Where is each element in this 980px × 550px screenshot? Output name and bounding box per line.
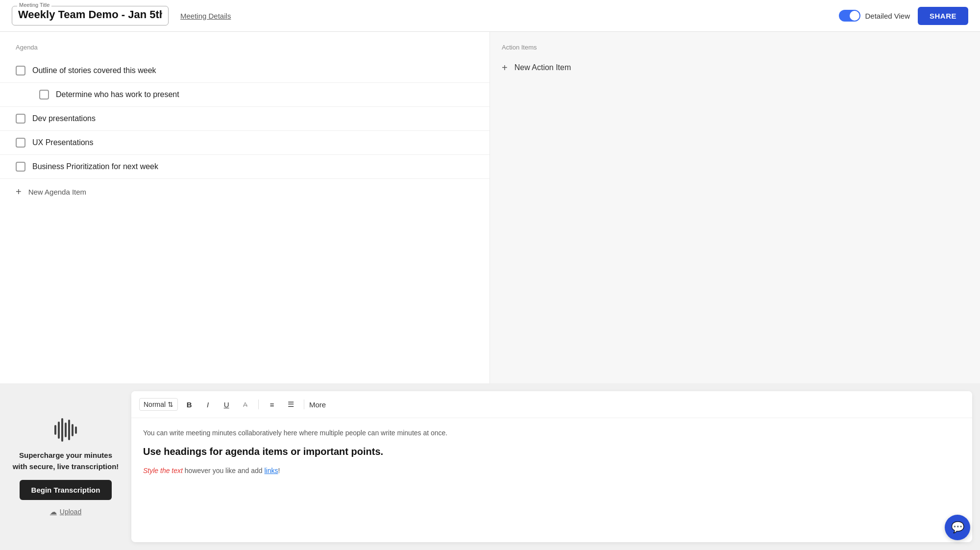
agenda-item-text-4: UX Presentations xyxy=(32,138,94,147)
ordered-list-button[interactable]: ≡ xyxy=(265,397,279,412)
transcription-promo-text: Supercharge your minutes with secure, li… xyxy=(12,450,120,472)
meeting-title-input[interactable] xyxy=(18,8,162,21)
header-right: Detailed View SHARE xyxy=(839,7,968,25)
new-agenda-label: New Agenda Item xyxy=(28,188,86,196)
chevron-down-icon: ⇅ xyxy=(168,400,173,408)
waveform-bar-2 xyxy=(58,422,60,439)
upload-cloud-icon: ☁ xyxy=(50,508,57,516)
waveform-bar-6 xyxy=(72,424,74,436)
chat-icon: 💬 xyxy=(951,521,964,534)
styled-text-normal: however you like and add xyxy=(183,467,265,475)
upload-label: Upload xyxy=(60,508,81,516)
italic-icon: I xyxy=(207,400,209,409)
agenda-checkbox-1[interactable] xyxy=(16,66,25,75)
agenda-item-text-2: Determine who has work to present xyxy=(56,90,179,99)
plus-icon: + xyxy=(16,187,22,197)
waveform-bar-3 xyxy=(61,418,63,442)
new-action-label: New Action Item xyxy=(514,63,571,72)
bold-icon: B xyxy=(187,400,192,409)
meeting-details-link[interactable]: Meeting Details xyxy=(180,12,231,20)
styled-link[interactable]: links xyxy=(265,467,278,475)
action-plus-icon: + xyxy=(502,63,508,73)
editor-intro-text: You can write meeting minutes collaborat… xyxy=(143,428,960,438)
agenda-item-2[interactable]: Determine who has work to present xyxy=(0,83,490,107)
agenda-checkbox-5[interactable] xyxy=(16,162,25,172)
chat-button[interactable]: 💬 xyxy=(945,515,970,540)
italic-button[interactable]: I xyxy=(200,397,215,412)
detailed-view-toggle[interactable] xyxy=(839,10,860,22)
editor-heading: Use headings for agenda items or importa… xyxy=(143,446,960,457)
styled-text-red: Style the text xyxy=(143,467,183,475)
upload-button[interactable]: ☁ Upload xyxy=(50,508,81,516)
waveform-bar-1 xyxy=(54,425,56,435)
action-items-section-label: Action Items xyxy=(502,44,968,51)
agenda-item-5[interactable]: Business Prioritization for next week xyxy=(0,155,490,179)
toggle-wrapper: Detailed View xyxy=(839,10,910,22)
bold-button[interactable]: B xyxy=(182,397,196,412)
editor-toolbar: Normal ⇅ B I U A̶ ≡ ☰ More xyxy=(131,391,972,418)
agenda-item-3[interactable]: Dev presentations xyxy=(0,107,490,131)
toolbar-divider-1 xyxy=(258,400,259,409)
agenda-checkbox-4[interactable] xyxy=(16,138,25,148)
unordered-list-button[interactable]: ☰ xyxy=(283,397,298,412)
clear-format-icon: A̶ xyxy=(243,401,247,408)
underline-icon: U xyxy=(224,400,229,409)
styled-text-end: ! xyxy=(278,467,280,475)
agenda-checkbox-2[interactable] xyxy=(39,90,49,100)
header: Meeting Title Meeting Details Detailed V… xyxy=(0,0,980,32)
new-action-item-button[interactable]: + New Action Item xyxy=(502,59,968,76)
editor-styled-paragraph: Style the text however you like and add … xyxy=(143,465,960,476)
agenda-section-label: Agenda xyxy=(0,44,490,51)
editor-panel: Normal ⇅ B I U A̶ ≡ ☰ More You can write… xyxy=(131,391,972,542)
share-button[interactable]: SHARE xyxy=(918,7,968,25)
waveform-bar-4 xyxy=(65,423,67,437)
agenda-item-text-5: Business Prioritization for next week xyxy=(32,162,158,171)
more-button[interactable]: More xyxy=(310,397,325,412)
bottom-section: Supercharge your minutes with secure, li… xyxy=(0,383,980,547)
unordered-list-icon: ☰ xyxy=(288,400,294,409)
agenda-checkbox-3[interactable] xyxy=(16,114,25,124)
underline-button[interactable]: U xyxy=(219,397,234,412)
waveform-icon xyxy=(54,418,77,442)
waveform-bar-7 xyxy=(75,426,77,434)
clear-format-button[interactable]: A̶ xyxy=(238,397,252,412)
agenda-item-text-3: Dev presentations xyxy=(32,114,96,123)
format-select[interactable]: Normal ⇅ xyxy=(139,398,178,411)
meeting-title-label: Meeting Title xyxy=(17,2,51,8)
editor-content[interactable]: You can write meeting minutes collaborat… xyxy=(131,418,972,542)
agenda-item-4[interactable]: UX Presentations xyxy=(0,131,490,155)
waveform-bar-5 xyxy=(68,420,70,440)
toolbar-divider-2 xyxy=(304,400,304,409)
transcription-panel: Supercharge your minutes with secure, li… xyxy=(0,383,131,547)
new-agenda-button[interactable]: + New Agenda Item xyxy=(0,179,490,204)
more-label: More xyxy=(309,400,326,409)
toggle-thumb xyxy=(850,11,859,21)
ordered-list-icon: ≡ xyxy=(270,400,274,409)
agenda-item-text-1: Outline of stories covered this week xyxy=(32,66,156,75)
agenda-item-1[interactable]: Outline of stories covered this week xyxy=(0,59,490,83)
format-select-label: Normal xyxy=(144,400,166,408)
meeting-title-wrapper: Meeting Title xyxy=(12,6,169,25)
begin-transcription-button[interactable]: Begin Transcription xyxy=(20,480,112,500)
detailed-view-label: Detailed View xyxy=(865,12,910,20)
